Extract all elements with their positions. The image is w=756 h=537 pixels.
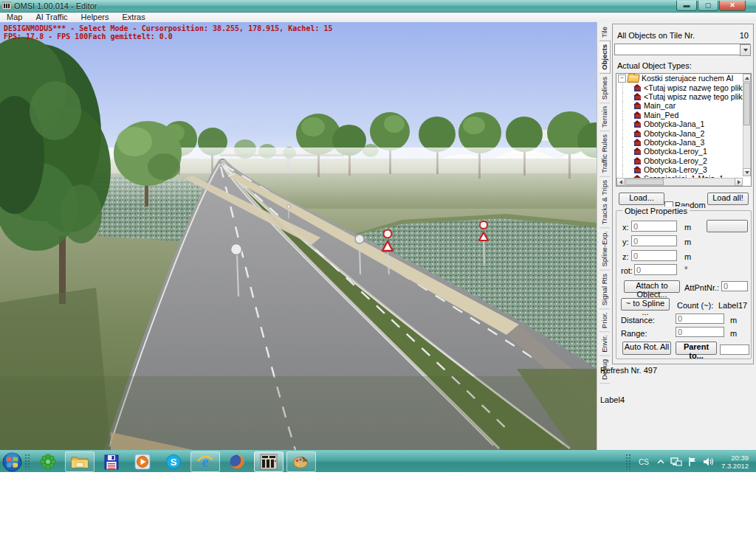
omsi-editor-icon bbox=[260, 454, 278, 470]
house-icon bbox=[633, 120, 642, 128]
close-button[interactable]: ✕ bbox=[719, 1, 746, 11]
x-input[interactable] bbox=[631, 221, 677, 232]
window-title: OMSI 1.00.014 - Editor bbox=[14, 1, 97, 10]
start-button[interactable] bbox=[2, 452, 22, 472]
house-icon bbox=[633, 102, 642, 109]
attach-to-object-button[interactable]: Attach to Object... bbox=[624, 280, 680, 293]
editor-3d-viewport[interactable]: DESIGNMODUS*** - Select Mode - Cursorpos… bbox=[0, 22, 597, 450]
menu-ai-traffic[interactable]: AI Traffic bbox=[29, 13, 74, 22]
rot-label: rot: bbox=[621, 266, 633, 275]
taskbar-icq[interactable] bbox=[34, 452, 62, 471]
rot-input[interactable] bbox=[634, 264, 677, 275]
tree-item[interactable]: Obotycka-Jana_1 bbox=[616, 119, 751, 128]
collapse-icon[interactable]: − bbox=[618, 75, 626, 83]
tab-traffic-rules[interactable]: Traffic Rules bbox=[599, 131, 610, 177]
menu-extras[interactable]: Extras bbox=[116, 13, 152, 22]
tree-item[interactable]: <Tutaj wpisz nazwę tego pliku ale b bbox=[616, 83, 751, 91]
range-input[interactable] bbox=[676, 327, 724, 337]
tree-item[interactable]: Obotycka-Jana_2 bbox=[616, 128, 751, 137]
tab-splines[interactable]: Splines bbox=[599, 74, 610, 103]
taskbar-grip bbox=[24, 454, 30, 470]
tree-item[interactable]: Main_car bbox=[616, 101, 751, 110]
svg-text:S: S bbox=[171, 457, 177, 468]
scroll-right-icon[interactable] bbox=[735, 178, 743, 186]
taskbar-omsi-editor[interactable] bbox=[254, 451, 284, 472]
house-icon bbox=[633, 157, 642, 164]
auto-rot-all-button[interactable]: Auto Rot. All bbox=[622, 342, 671, 355]
taskbar-explorer[interactable] bbox=[65, 451, 94, 472]
action-center-flag-icon[interactable] bbox=[688, 457, 697, 467]
tab-signal-rts[interactable]: Signal Rts bbox=[599, 271, 610, 309]
object-properties-group: Object Properties x: m y: m z: m rot: ° … bbox=[616, 210, 752, 359]
tab-prior[interactable]: Prior. bbox=[599, 309, 610, 332]
range-label: Range: bbox=[621, 329, 647, 338]
load-all-button[interactable]: Load all! bbox=[707, 193, 749, 205]
object-select-combo[interactable] bbox=[614, 44, 750, 55]
taskbar-save[interactable] bbox=[97, 452, 126, 471]
attpntnr-input[interactable] bbox=[721, 281, 748, 291]
volume-icon[interactable] bbox=[703, 457, 714, 467]
taskbar-paint[interactable] bbox=[286, 451, 316, 472]
tab-tracks-trips[interactable]: Tracks & Trips bbox=[599, 177, 610, 228]
distance-input[interactable] bbox=[676, 313, 724, 324]
tree-item[interactable]: Obotycka-Jana_3 bbox=[616, 138, 751, 147]
objects-tab-page: All Objects on Tile Nr. 10 Actual Object… bbox=[612, 24, 754, 364]
show-hidden-icons[interactable] bbox=[657, 459, 664, 465]
editor-side-panel: Tile Objects Splines Terrain Traffic Rul… bbox=[597, 22, 756, 450]
parent-target-input[interactable] bbox=[720, 344, 749, 355]
attpntnr-label: AttPntNr.: bbox=[684, 283, 719, 292]
z-label: z: bbox=[622, 252, 629, 261]
tab-spline-exp[interactable]: Spline-Exp. bbox=[599, 228, 610, 271]
tab-envir[interactable]: Envir. bbox=[599, 332, 610, 356]
tree-item[interactable]: Obotycka-Leroy_1 bbox=[616, 147, 751, 156]
house-icon bbox=[633, 148, 642, 155]
label4: Label4 bbox=[600, 395, 625, 404]
distance-unit: m bbox=[730, 316, 737, 325]
y-input[interactable] bbox=[631, 235, 677, 246]
tree-item[interactable]: Obotycka-Leroy_2 bbox=[616, 156, 751, 165]
taskbar-skype[interactable]: S bbox=[159, 452, 188, 471]
z-input[interactable] bbox=[631, 250, 677, 261]
menu-bar: Map AI Traffic Helpers Extras bbox=[0, 13, 756, 23]
x-label: x: bbox=[622, 223, 629, 232]
overlay-line1: DESIGNMODUS*** - Select Mode - Cursorpos… bbox=[4, 24, 333, 32]
load-button[interactable]: Load... bbox=[619, 193, 664, 205]
tab-objects[interactable]: Objects bbox=[599, 41, 611, 74]
chevron-up-icon bbox=[657, 459, 664, 465]
skype-icon: S bbox=[165, 454, 182, 470]
tab-terrain[interactable]: Terrain bbox=[599, 103, 610, 131]
icq-flower-icon bbox=[40, 454, 56, 470]
object-tree-list[interactable]: − Kostki sterujace ruchem AI <Tutaj wpis… bbox=[616, 73, 752, 187]
taskbar: S e bbox=[0, 450, 756, 473]
tree-item[interactable]: Obotycka-Leroy_3 bbox=[616, 165, 751, 174]
menu-map[interactable]: Map bbox=[0, 13, 29, 22]
paint-palette-icon bbox=[292, 454, 310, 470]
minimize-button[interactable]: ▬ bbox=[676, 1, 697, 11]
language-indicator[interactable]: CS bbox=[639, 458, 649, 466]
maximize-button[interactable]: ▢ bbox=[698, 1, 718, 11]
menu-helpers[interactable]: Helpers bbox=[75, 13, 116, 22]
tree-root-row[interactable]: − Kostki sterujace ruchem AI bbox=[616, 74, 751, 83]
scroll-left-icon[interactable] bbox=[616, 178, 625, 186]
taskbar-media-player[interactable] bbox=[128, 452, 157, 471]
to-spline-button[interactable]: ~ to Spline ... bbox=[621, 298, 670, 311]
scroll-up-icon[interactable] bbox=[743, 74, 751, 82]
parent-to-button[interactable]: Parent to... bbox=[676, 342, 717, 355]
unlabeled-button[interactable] bbox=[707, 220, 748, 232]
clock[interactable]: 20:39 7.3.2012 bbox=[721, 454, 749, 470]
scroll-down-icon[interactable] bbox=[743, 168, 751, 176]
taskbar-firefox[interactable] bbox=[223, 452, 251, 471]
object-types-label: Actual Object Types: bbox=[617, 61, 692, 70]
internet-explorer-icon: e bbox=[196, 454, 214, 470]
range-unit: m bbox=[730, 329, 737, 338]
network-tray-icon[interactable] bbox=[670, 457, 682, 467]
all-objects-count: 10 bbox=[729, 31, 749, 40]
tree-item[interactable]: <Tutaj wpisz nazwę tego pliku ale b bbox=[616, 92, 751, 101]
combo-dropdown-button[interactable] bbox=[740, 44, 751, 56]
tree-item[interactable]: Main_Ped bbox=[616, 111, 751, 119]
vscroll-thumb[interactable] bbox=[743, 83, 750, 125]
taskbar-internet-explorer[interactable]: e bbox=[190, 451, 220, 472]
hscroll-thumb[interactable] bbox=[625, 179, 664, 185]
window-titlebar[interactable]: OMSI 1.00.014 - Editor ▬ ▢ ✕ bbox=[0, 0, 756, 13]
tab-tile[interactable]: Tile bbox=[599, 24, 610, 41]
